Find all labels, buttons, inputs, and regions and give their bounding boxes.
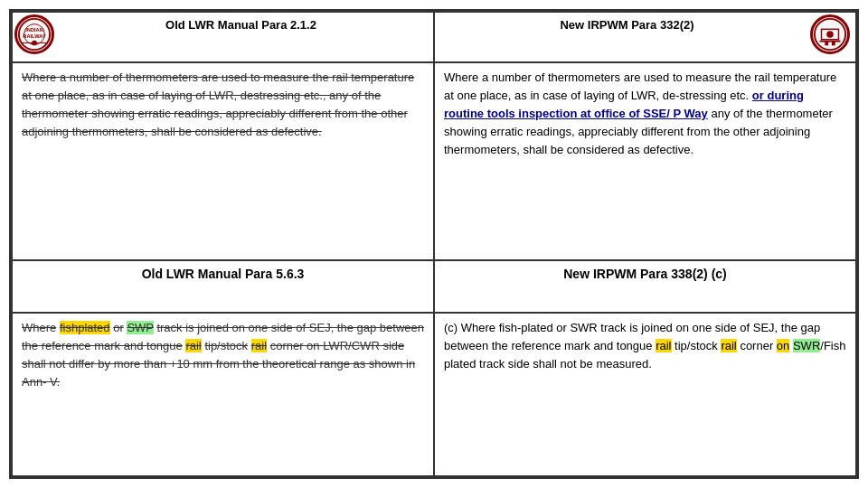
new-text-2b: tip/stock bbox=[672, 339, 722, 352]
svg-point-8 bbox=[826, 31, 834, 38]
old-content-2: Where fishplated or SWP track is joined … bbox=[12, 313, 434, 476]
new-content-2: (c) Where fish-plated or SWR track is jo… bbox=[434, 313, 856, 476]
logo-right bbox=[810, 14, 854, 58]
left-logo-circle: INDIAN RAILWAY bbox=[14, 14, 54, 54]
main-wrapper: INDIAN RAILWAY Old LWR Manual Para 2.1.2 bbox=[9, 9, 859, 479]
old-text-strikethrough-1: Where a number of thermometers are used … bbox=[22, 70, 414, 138]
new-irpwm-header-1: New IRPWM Para 332(2) bbox=[434, 12, 856, 62]
svg-rect-10 bbox=[825, 42, 828, 46]
content-row-1: Where a number of thermometers are used … bbox=[12, 62, 856, 261]
old-text-strikethrough-2: Where bbox=[22, 321, 56, 334]
old-text-fishplated: fishplated bbox=[60, 321, 110, 334]
svg-rect-11 bbox=[832, 42, 835, 46]
svg-text:INDIAN: INDIAN bbox=[25, 27, 43, 33]
old-text-or: or bbox=[113, 321, 124, 334]
new-irpwm-header-2: New IRPWM Para 338(2) (c) bbox=[434, 260, 856, 312]
content-row-2: Where fishplated or SWP track is joined … bbox=[12, 313, 856, 476]
new-text-swr-highlight: SWR bbox=[793, 339, 820, 352]
old-text-rail: rail bbox=[185, 339, 201, 352]
old-manual-header-2: Old LWR Manual Para 5.6.3 bbox=[12, 260, 434, 312]
logo-left: INDIAN RAILWAY bbox=[14, 14, 58, 58]
new-text-rail2-highlight: rail bbox=[721, 339, 736, 352]
new-text-on-highlight: on bbox=[777, 339, 789, 352]
old-text-tip: tip/stock bbox=[204, 339, 248, 352]
header-row-2: Old LWR Manual Para 5.6.3 New IRPWM Para… bbox=[12, 260, 856, 312]
old-manual-header-1: Old LWR Manual Para 2.1.2 bbox=[12, 12, 434, 62]
old-text-rail2: rail bbox=[251, 339, 267, 352]
right-logo-circle bbox=[810, 14, 850, 54]
comparison-table: Old LWR Manual Para 2.1.2 New IRPWM Para… bbox=[11, 11, 857, 477]
new-text-rail-highlight: rail bbox=[656, 339, 671, 352]
old-text-swp: SWP bbox=[127, 321, 153, 334]
old-content-1: Where a number of thermometers are used … bbox=[12, 62, 434, 261]
new-content-1: Where a number of thermometers are used … bbox=[434, 62, 856, 261]
header-row-1: Old LWR Manual Para 2.1.2 New IRPWM Para… bbox=[12, 12, 856, 62]
svg-text:RAILWAY: RAILWAY bbox=[23, 33, 46, 39]
new-text-2c: corner bbox=[737, 339, 777, 352]
